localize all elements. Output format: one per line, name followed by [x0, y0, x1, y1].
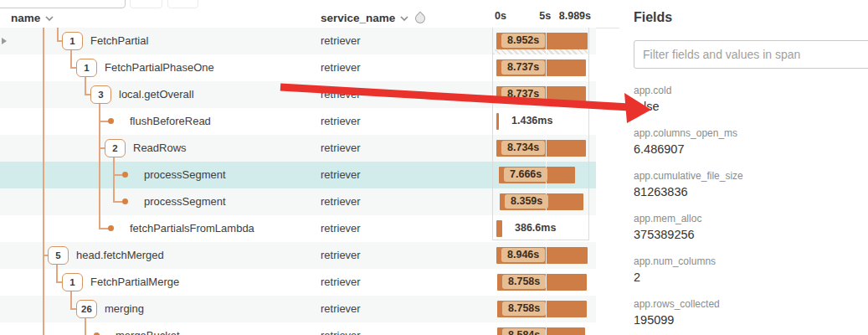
- duration-label: 8.734s: [501, 141, 545, 155]
- span-name-label[interactable]: head.fetchMerged: [76, 242, 164, 269]
- name-column-label: name: [11, 12, 40, 24]
- field-item[interactable]: app.num_columns2: [634, 251, 868, 294]
- span-service-name: retriever: [321, 215, 361, 242]
- tree-connector: [57, 28, 59, 41]
- field-key: app.rows_collected: [634, 294, 868, 310]
- span-count-badge[interactable]: 3: [90, 85, 111, 104]
- droplet-icon[interactable]: [413, 11, 428, 25]
- tree-connector: [85, 76, 86, 95]
- field-item[interactable]: app.rows_collected195099: [634, 294, 868, 335]
- span-service-name: retriever: [321, 296, 361, 322]
- fields-filter-input[interactable]: [634, 40, 868, 69]
- axis-tick-end: 8.989s: [559, 10, 591, 22]
- span-row[interactable]: [0, 215, 596, 242]
- field-value: 2: [634, 267, 868, 284]
- duration-label: 8.946s: [501, 248, 545, 262]
- leaf-span-dot-icon: [108, 225, 114, 231]
- duration-label: 8.359s: [505, 194, 548, 209]
- field-item[interactable]: app.coldfalse: [634, 80, 868, 123]
- span-service-name: retriever: [321, 54, 361, 81]
- duration-bar[interactable]: [496, 113, 499, 130]
- leaf-span-dot-icon: [122, 198, 128, 204]
- span-name-label[interactable]: local.getOverall: [119, 81, 194, 108]
- trace-waterfall-view: name service_name 0s 5s 8.989s 1FetchPar…: [0, 0, 868, 335]
- field-value: 81263836: [634, 182, 868, 198]
- span-service-name: retriever: [321, 322, 361, 335]
- column-header-service-name[interactable]: service_name: [321, 8, 425, 28]
- field-key: app.columns_open_ms: [634, 123, 868, 139]
- toolbar-button-2[interactable]: [167, 0, 198, 8]
- tree-connector: [70, 308, 76, 310]
- timeline-box-left: [492, 28, 493, 240]
- span-name-label[interactable]: FetchPartialPhaseOne: [105, 54, 214, 81]
- duration-label: 8.952s: [501, 34, 545, 48]
- tree-connector: [70, 291, 72, 309]
- span-name-label[interactable]: processSegment: [144, 162, 226, 188]
- duration-label: 7.666s: [504, 168, 547, 182]
- span-name-label[interactable]: mergeBucket: [116, 322, 180, 335]
- tree-connector-root: [43, 28, 44, 335]
- field-value: 375389256: [634, 224, 868, 241]
- span-name-label[interactable]: ReadRows: [133, 135, 187, 162]
- axis-tick-mid: 5s: [539, 10, 551, 22]
- span-name-label[interactable]: flushBeforeRead: [130, 108, 211, 135]
- field-item[interactable]: app.cumulative_file_size81263836: [634, 166, 868, 209]
- span-count-badge[interactable]: 5: [48, 246, 69, 265]
- field-key: app.cold: [634, 80, 868, 96]
- duration-label: 8.737s: [501, 87, 545, 101]
- span-count-badge[interactable]: 2: [105, 139, 126, 157]
- span-count-badge[interactable]: 26: [76, 300, 97, 318]
- leaf-span-dot-icon: [122, 172, 128, 178]
- fields-list: app.coldfalseapp.columns_open_ms6.486907…: [634, 80, 868, 335]
- fields-panel: Fields app.coldfalseapp.columns_open_ms6…: [620, 0, 868, 335]
- duration-label: 386.6ms: [509, 221, 562, 235]
- duration-label: 8.584s: [502, 328, 546, 335]
- collapse-triangle-icon[interactable]: [2, 38, 7, 44]
- field-key: app.num_columns: [634, 251, 868, 267]
- span-name-label[interactable]: fetchPartialsFromLambda: [130, 215, 254, 242]
- tree-connector: [85, 317, 86, 335]
- chevron-down-icon[interactable]: [400, 16, 408, 21]
- duration-bar[interactable]: [496, 220, 502, 237]
- span-service-name: retriever: [321, 162, 361, 188]
- leaf-span-dot-icon: [108, 118, 114, 124]
- field-item[interactable]: app.columns_open_ms6.486907: [634, 123, 868, 166]
- span-count-badge[interactable]: 1: [76, 59, 97, 77]
- duration-label: 8.758s: [502, 275, 546, 289]
- timeline-box-bottom: [492, 240, 589, 240]
- field-value: 6.486907: [634, 139, 868, 156]
- span-service-name: retriever: [321, 108, 361, 135]
- field-value: false: [634, 96, 868, 113]
- tree-connector: [70, 49, 72, 68]
- span-count-badge[interactable]: 1: [62, 273, 83, 291]
- chevron-down-icon[interactable]: [45, 16, 54, 21]
- span-service-name: retriever: [321, 242, 361, 269]
- tree-connector: [99, 103, 100, 229]
- span-service-name: retriever: [321, 28, 361, 54]
- tree-connector: [85, 94, 90, 95]
- timeline-box-right: [588, 28, 589, 240]
- tree-connector: [70, 67, 76, 69]
- span-service-name: retriever: [321, 188, 361, 215]
- duration-label: 1.436ms: [506, 114, 558, 128]
- span-name-label[interactable]: processSegment: [144, 188, 226, 215]
- toolbar-button-1[interactable]: [130, 0, 162, 8]
- span-service-name: retriever: [321, 81, 361, 108]
- fields-panel-title: Fields: [634, 10, 672, 25]
- tree-connector: [113, 157, 115, 202]
- span-name-label[interactable]: FetchPartial: [90, 28, 148, 54]
- query-input[interactable]: [0, 0, 126, 8]
- span-name-label[interactable]: merging: [105, 296, 144, 322]
- collapsed-spans-hatch: [493, 49, 588, 54]
- span-name-label[interactable]: FetchPartialMerge: [90, 269, 179, 296]
- service-name-column-label: service_name: [321, 12, 395, 24]
- span-service-name: retriever: [321, 135, 361, 162]
- tree-connector: [56, 264, 58, 282]
- field-key: app.cumulative_file_size: [634, 166, 868, 182]
- duration-label: 8.758s: [502, 302, 546, 316]
- duration-label: 8.737s: [501, 60, 545, 75]
- field-item[interactable]: app.mem_alloc375389256: [634, 209, 868, 251]
- span-count-badge[interactable]: 1: [62, 32, 83, 50]
- span-service-name: retriever: [321, 269, 361, 296]
- column-header-name[interactable]: name: [11, 8, 54, 28]
